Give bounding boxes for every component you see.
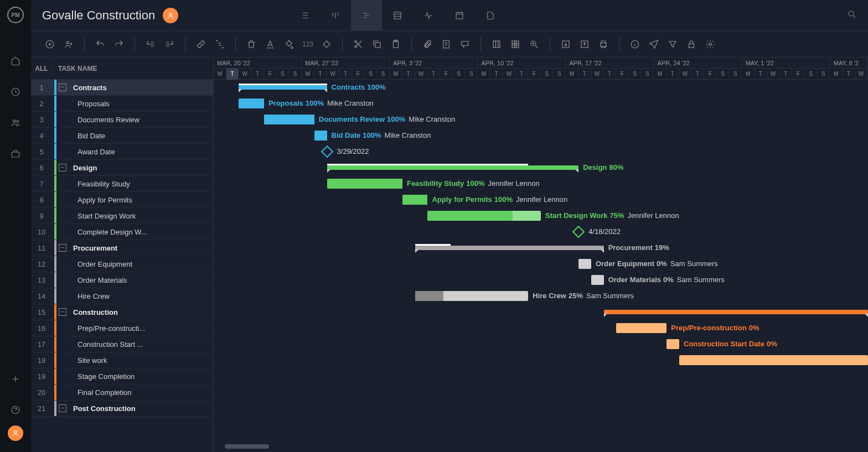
task-bar[interactable] [679, 355, 868, 365]
grid-icon[interactable] [508, 37, 523, 52]
font-icon[interactable] [262, 37, 278, 52]
import-icon[interactable] [558, 37, 574, 52]
task-bar[interactable] [578, 259, 591, 269]
task-row[interactable]: 5Award Date [31, 144, 213, 160]
view-files-icon[interactable] [475, 0, 506, 31]
task-row[interactable]: 4Bid Date [31, 128, 213, 144]
task-row[interactable]: 2Proposals [31, 96, 213, 112]
task-bar[interactable] [427, 211, 541, 221]
collapse-icon[interactable]: − [59, 244, 66, 252]
view-sheet-icon[interactable] [382, 0, 413, 31]
search-icon[interactable] [847, 9, 857, 21]
briefcase-icon[interactable] [9, 147, 22, 160]
view-calendar-icon[interactable] [444, 0, 475, 31]
view-gantt-icon[interactable] [351, 0, 382, 31]
gantt-row: Bid Date100%Mike Cranston [214, 128, 868, 144]
info-icon[interactable] [627, 37, 643, 52]
collapse-icon[interactable]: − [59, 404, 66, 412]
task-row[interactable]: 3Documents Review [31, 112, 213, 128]
add-task-icon[interactable] [42, 37, 58, 52]
undo-icon[interactable] [92, 37, 108, 52]
task-row[interactable]: 16Prep/Pre-constructi... [31, 320, 213, 336]
task-bar[interactable] [264, 115, 314, 124]
filter-icon[interactable] [665, 37, 680, 52]
collapse-icon[interactable]: − [59, 164, 66, 172]
add-icon[interactable] [9, 372, 22, 386]
task-row[interactable]: 6−Design [31, 160, 213, 176]
task-row[interactable]: 18Site work [31, 352, 213, 368]
task-bar[interactable] [616, 323, 666, 333]
settings-icon[interactable] [702, 37, 718, 52]
col-all[interactable]: ALL [31, 65, 52, 72]
columns-icon[interactable] [489, 37, 504, 52]
task-bar[interactable] [415, 291, 529, 301]
task-row[interactable]: 21−Post Construction [31, 401, 213, 417]
task-row[interactable]: 9Start Design Work [31, 208, 213, 224]
comment-icon[interactable] [457, 37, 473, 52]
zoom-icon[interactable] [526, 37, 542, 52]
print-icon[interactable] [596, 37, 611, 52]
indent-icon[interactable] [162, 37, 177, 52]
user-avatar[interactable] [8, 425, 23, 441]
link-icon[interactable] [193, 37, 209, 52]
view-board-icon[interactable] [320, 0, 351, 31]
cut-icon[interactable] [350, 37, 366, 52]
task-row[interactable]: 17Construction Start ... [31, 336, 213, 352]
delete-icon[interactable] [244, 37, 259, 52]
task-bar[interactable] [327, 179, 402, 189]
task-row[interactable]: 13Order Materials [31, 272, 213, 288]
task-row[interactable]: 11−Procurement [31, 240, 213, 256]
recent-icon[interactable] [9, 85, 22, 98]
milestone-marker[interactable] [321, 146, 333, 158]
view-list-icon[interactable] [289, 0, 320, 31]
task-row[interactable]: 8Apply for Permits [31, 192, 213, 208]
send-icon[interactable] [646, 37, 662, 52]
task-row[interactable]: 12Order Equipment [31, 256, 213, 272]
help-icon[interactable] [9, 403, 22, 417]
col-name[interactable]: TASK NAME [52, 65, 97, 72]
export-icon[interactable] [577, 37, 592, 52]
summary-bar[interactable] [604, 310, 868, 314]
svg-rect-25 [689, 44, 694, 48]
collapse-icon[interactable]: − [59, 84, 66, 91]
project-avatar[interactable] [163, 8, 178, 23]
day-header: S [365, 69, 378, 80]
home-icon[interactable] [9, 54, 22, 67]
summary-bar[interactable] [239, 85, 327, 90]
summary-bar[interactable] [415, 246, 604, 250]
milestone-label: 4/18/2022 [588, 227, 621, 237]
add-user-icon[interactable] [61, 37, 76, 52]
task-bar[interactable] [402, 195, 427, 205]
attach-icon[interactable] [420, 37, 435, 52]
task-row[interactable]: 15−Construction [31, 304, 213, 320]
milestone-icon[interactable] [319, 37, 334, 52]
unlink-icon[interactable] [212, 37, 228, 52]
copy-icon[interactable] [369, 37, 385, 52]
gantt-chart[interactable]: MAR, 20 '22MAR, 27 '22APR, 3 '22APR, 10 … [214, 58, 868, 452]
task-row[interactable]: 19Stage Completion [31, 368, 213, 385]
note-icon[interactable] [438, 37, 454, 52]
people-icon[interactable] [9, 116, 22, 129]
outdent-icon[interactable] [143, 37, 158, 52]
task-bar[interactable] [314, 131, 327, 141]
task-row[interactable]: 10Complete Design W... [31, 224, 213, 240]
horizontal-scrollbar[interactable] [225, 444, 269, 449]
paste-icon[interactable] [388, 37, 404, 52]
day-header: W [327, 69, 339, 80]
redo-icon[interactable] [111, 37, 127, 52]
task-bar[interactable] [239, 98, 264, 108]
task-row[interactable]: 14Hire Crew [31, 288, 213, 304]
task-bar[interactable] [666, 339, 679, 349]
collapse-icon[interactable]: − [59, 308, 66, 316]
view-activity-icon[interactable] [413, 0, 444, 31]
task-row[interactable]: 7Feasibility Study [31, 176, 213, 192]
task-row[interactable]: 1−Contracts [31, 80, 213, 96]
app-logo[interactable]: PM [7, 7, 24, 23]
fill-icon[interactable] [281, 37, 297, 52]
lock-icon[interactable] [684, 37, 699, 52]
summary-bar[interactable] [327, 165, 579, 170]
milestone-marker[interactable] [572, 226, 585, 238]
bar-label: Proposals100%Mike Cranston [268, 98, 374, 108]
task-bar[interactable] [591, 275, 604, 285]
task-row[interactable]: 20Final Completion [31, 385, 213, 401]
